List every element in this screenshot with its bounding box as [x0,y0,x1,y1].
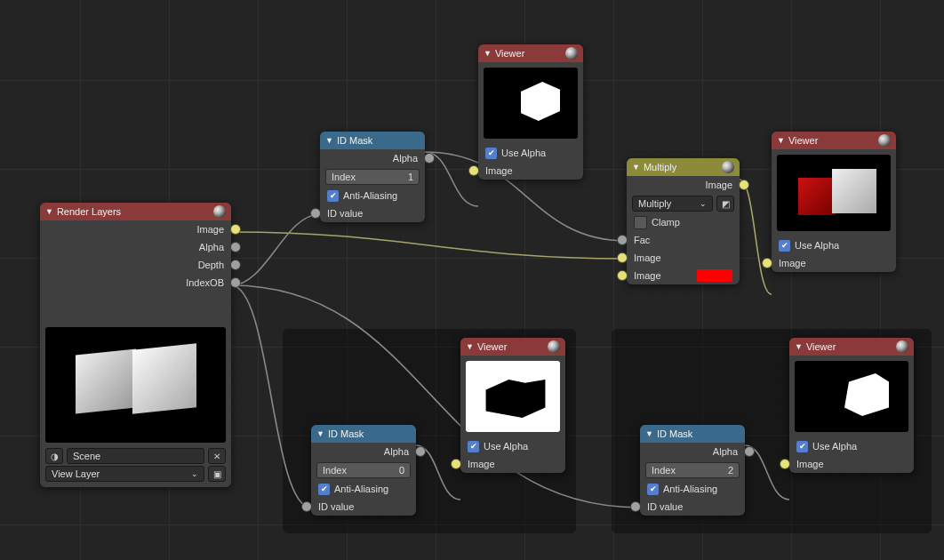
anti-aliasing-checkbox-row[interactable]: Anti-Aliasing [640,480,745,498]
collapse-icon[interactable]: ▼ [777,136,785,145]
preview-sphere-icon[interactable] [878,134,891,147]
viewer-node-3[interactable]: ▼ Viewer Use Alpha Image [460,338,565,473]
input-image[interactable]: Image [789,455,914,473]
output-alpha[interactable]: Alpha [320,149,425,167]
output-alpha[interactable]: Alpha [640,443,745,460]
collapse-icon[interactable]: ▼ [316,429,324,438]
viewer-preview [795,361,908,432]
input-id-value[interactable]: ID value [311,498,416,516]
index-field[interactable]: Index 1 [325,169,420,185]
output-indexob[interactable]: IndexOB [40,274,231,292]
checkbox[interactable] [327,190,339,202]
socket[interactable] [301,501,312,512]
preview-sphere-icon[interactable] [548,340,560,353]
node-header[interactable]: ▼ ID Mask [311,425,416,443]
output-image[interactable]: Image [40,220,231,238]
render-layers-node[interactable]: ▼ Render Layers Image Alpha Depth IndexO… [40,203,231,487]
collapse-icon[interactable]: ▼ [484,49,492,58]
collapse-icon[interactable]: ▼ [466,342,474,351]
collapse-icon[interactable]: ▼ [645,429,653,438]
node-header[interactable]: ▼ Render Layers [40,203,231,220]
node-editor-viewport[interactable]: ▼ Render Layers Image Alpha Depth IndexO… [0,0,944,560]
socket[interactable] [230,224,241,235]
output-alpha[interactable]: Alpha [40,238,231,256]
clamp-checkbox-row[interactable]: Clamp [627,213,740,231]
input-fac[interactable]: Fac [627,231,740,249]
input-id-value[interactable]: ID value [320,204,425,222]
node-header[interactable]: ▼ Viewer [789,338,914,356]
socket[interactable] [230,242,241,252]
preview-sphere-icon[interactable] [722,161,734,173]
anti-aliasing-checkbox-row[interactable]: Anti-Aliasing [320,187,425,204]
use-alpha-checkbox-row[interactable]: Use Alpha [478,144,583,162]
input-image-1[interactable]: Image [627,249,740,267]
node-header[interactable]: ▼ Viewer [460,338,565,356]
id-mask-node-2[interactable]: ▼ ID Mask Alpha Index 2 Anti-Aliasing ID… [640,425,745,516]
use-alpha-checkbox-row[interactable]: Use Alpha [772,236,896,254]
viewlayer-dropdown[interactable]: View Layer ⌄ [45,466,204,482]
clear-button[interactable]: ✕ [208,448,226,464]
input-image-2[interactable]: Image [627,267,740,284]
checkbox[interactable] [796,441,808,452]
socket[interactable] [230,260,241,270]
blend-mode-dropdown[interactable]: Multiply ⌄ [632,196,713,212]
node-header[interactable]: ▼ Viewer [772,132,896,149]
checkbox[interactable] [634,216,647,229]
multiply-node[interactable]: ▼ Multiply Image Multiply ⌄ ◩ Clamp Fac … [627,158,740,284]
socket[interactable] [617,270,628,281]
node-header[interactable]: ▼ ID Mask [640,425,745,443]
socket[interactable] [415,446,426,457]
viewer-node-4[interactable]: ▼ Viewer Use Alpha Image [789,338,914,473]
socket[interactable] [230,277,241,288]
scene-dropdown[interactable]: Scene [67,448,204,464]
preview-sphere-icon[interactable] [896,340,908,353]
socket[interactable] [451,459,461,469]
node-header[interactable]: ▼ ID Mask [320,132,425,149]
socket[interactable] [468,165,479,176]
collapse-icon[interactable]: ▼ [325,136,333,145]
socket[interactable] [739,180,749,190]
socket[interactable] [744,446,755,457]
output-image[interactable]: Image [627,176,740,194]
viewer-node-1[interactable]: ▼ Viewer Use Alpha Image [478,44,583,180]
socket[interactable] [424,153,435,164]
socket[interactable] [780,459,790,469]
use-alpha-checkbox-row[interactable]: Use Alpha [460,437,565,455]
render-preview-button[interactable]: ▣ [208,466,226,482]
input-image[interactable]: Image [772,254,896,272]
scene-icon[interactable]: ◑ [45,448,63,464]
checkbox[interactable] [779,240,790,252]
collapse-icon[interactable]: ▼ [45,207,53,216]
anti-aliasing-checkbox-row[interactable]: Anti-Aliasing [311,480,416,498]
socket-label: Alpha [393,153,418,164]
socket[interactable] [630,501,641,512]
collapse-icon[interactable]: ▼ [632,163,640,172]
socket[interactable] [310,208,321,219]
socket[interactable] [617,235,628,245]
id-mask-node-1[interactable]: ▼ ID Mask Alpha Index 1 Anti-Aliasing ID… [320,132,425,222]
color-swatch[interactable] [697,269,732,282]
node-header[interactable]: ▼ Viewer [478,44,583,62]
id-mask-node-0[interactable]: ▼ ID Mask Alpha Index 0 Anti-Aliasing ID… [311,425,416,516]
toggle-button[interactable]: ◩ [716,196,734,212]
node-header[interactable]: ▼ Multiply [627,158,740,176]
input-image[interactable]: Image [478,162,583,180]
use-alpha-checkbox-row[interactable]: Use Alpha [789,437,914,455]
preview-sphere-icon[interactable] [565,47,578,60]
output-alpha[interactable]: Alpha [311,443,416,460]
viewer-preview [466,361,560,432]
checkbox[interactable] [485,148,497,159]
index-field[interactable]: Index 0 [316,462,411,478]
checkbox[interactable] [647,484,659,495]
input-id-value[interactable]: ID value [640,498,745,516]
output-depth[interactable]: Depth [40,256,231,274]
index-field[interactable]: Index 2 [645,462,740,478]
preview-sphere-icon[interactable] [213,205,226,218]
socket[interactable] [762,258,772,268]
viewer-node-2[interactable]: ▼ Viewer Use Alpha Image [772,132,896,272]
collapse-icon[interactable]: ▼ [795,342,803,351]
checkbox[interactable] [318,484,330,495]
input-image[interactable]: Image [460,455,565,473]
socket[interactable] [617,252,628,263]
checkbox[interactable] [468,441,479,452]
